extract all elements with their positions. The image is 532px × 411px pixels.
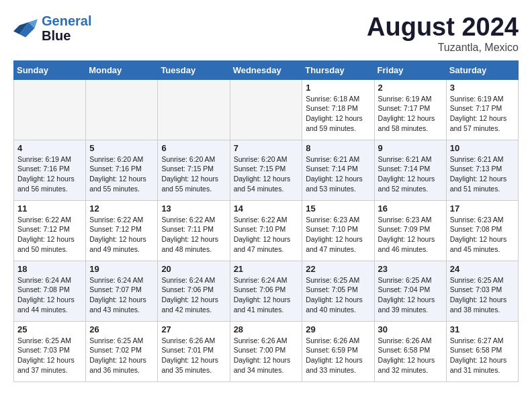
day-info: Sunrise: 6:25 AMSunset: 7:05 PMDaylight:… <box>306 275 370 315</box>
calendar-cell: 9Sunrise: 6:21 AMSunset: 7:14 PMDaylight… <box>374 140 446 200</box>
calendar-cell: 3Sunrise: 6:19 AMSunset: 7:17 PMDaylight… <box>446 79 518 140</box>
calendar-cell: 22Sunrise: 6:25 AMSunset: 7:05 PMDayligh… <box>302 261 374 321</box>
calendar-cell: 16Sunrise: 6:23 AMSunset: 7:09 PMDayligh… <box>374 200 446 261</box>
day-number: 8 <box>306 143 370 153</box>
day-info: Sunrise: 6:25 AMSunset: 7:04 PMDaylight:… <box>378 275 443 315</box>
day-info: Sunrise: 6:20 AMSunset: 7:15 PMDaylight:… <box>161 154 226 194</box>
calendar-cell: 21Sunrise: 6:24 AMSunset: 7:06 PMDayligh… <box>230 261 302 321</box>
day-number: 26 <box>89 324 154 334</box>
day-info: Sunrise: 6:24 AMSunset: 7:07 PMDaylight:… <box>89 275 154 315</box>
day-info: Sunrise: 6:23 AMSunset: 7:09 PMDaylight:… <box>378 215 443 255</box>
calendar-week-3: 11Sunrise: 6:22 AMSunset: 7:12 PMDayligh… <box>14 200 519 261</box>
day-info: Sunrise: 6:23 AMSunset: 7:10 PMDaylight:… <box>306 215 370 255</box>
day-number: 18 <box>17 264 82 274</box>
calendar-cell: 25Sunrise: 6:25 AMSunset: 7:03 PMDayligh… <box>14 321 86 381</box>
calendar-cell: 28Sunrise: 6:26 AMSunset: 7:00 PMDayligh… <box>230 321 302 381</box>
calendar-week-5: 25Sunrise: 6:25 AMSunset: 7:03 PMDayligh… <box>14 321 519 381</box>
calendar-cell: 30Sunrise: 6:26 AMSunset: 6:58 PMDayligh… <box>374 321 446 381</box>
calendar-cell: 20Sunrise: 6:24 AMSunset: 7:06 PMDayligh… <box>158 261 230 321</box>
weekday-header-wednesday: Wednesday <box>230 60 302 79</box>
day-number: 21 <box>234 264 299 274</box>
calendar-cell: 5Sunrise: 6:20 AMSunset: 7:16 PMDaylight… <box>86 140 158 200</box>
day-info: Sunrise: 6:26 AMSunset: 7:00 PMDaylight:… <box>234 336 299 375</box>
calendar-cell: 11Sunrise: 6:22 AMSunset: 7:12 PMDayligh… <box>14 200 86 261</box>
day-info: Sunrise: 6:24 AMSunset: 7:06 PMDaylight:… <box>161 275 226 315</box>
day-number: 29 <box>306 324 370 334</box>
day-number: 22 <box>306 264 370 274</box>
day-number: 25 <box>17 324 82 334</box>
calendar-cell: 2Sunrise: 6:19 AMSunset: 7:17 PMDaylight… <box>374 79 446 140</box>
weekday-header-tuesday: Tuesday <box>158 60 230 79</box>
day-number: 31 <box>450 324 515 334</box>
calendar-cell: 10Sunrise: 6:21 AMSunset: 7:13 PMDayligh… <box>446 140 518 200</box>
day-number: 20 <box>161 264 226 274</box>
day-info: Sunrise: 6:27 AMSunset: 6:58 PMDaylight:… <box>450 336 515 375</box>
weekday-header-thursday: Thursday <box>302 60 374 79</box>
calendar-cell: 1Sunrise: 6:18 AMSunset: 7:18 PMDaylight… <box>302 79 374 140</box>
day-number: 19 <box>89 264 154 274</box>
day-number: 3 <box>450 83 515 93</box>
calendar-cell: 17Sunrise: 6:23 AMSunset: 7:08 PMDayligh… <box>446 200 518 261</box>
day-number: 10 <box>450 143 515 153</box>
day-info: Sunrise: 6:21 AMSunset: 7:14 PMDaylight:… <box>378 154 443 194</box>
day-info: Sunrise: 6:22 AMSunset: 7:12 PMDaylight:… <box>17 215 82 255</box>
day-info: Sunrise: 6:26 AMSunset: 6:58 PMDaylight:… <box>378 336 443 375</box>
calendar-cell: 13Sunrise: 6:22 AMSunset: 7:11 PMDayligh… <box>158 200 230 261</box>
logo-icon <box>13 16 38 40</box>
month-title: August 2024 <box>367 13 519 42</box>
calendar-cell: 7Sunrise: 6:20 AMSunset: 7:15 PMDaylight… <box>230 140 302 200</box>
title-block: August 2024 Tuzantla, Mexico <box>367 13 519 54</box>
day-info: Sunrise: 6:22 AMSunset: 7:10 PMDaylight:… <box>234 215 299 255</box>
day-number: 5 <box>89 143 154 153</box>
calendar-cell: 19Sunrise: 6:24 AMSunset: 7:07 PMDayligh… <box>86 261 158 321</box>
day-number: 12 <box>89 203 154 214</box>
calendar-cell: 26Sunrise: 6:25 AMSunset: 7:02 PMDayligh… <box>86 321 158 381</box>
day-info: Sunrise: 6:20 AMSunset: 7:15 PMDaylight:… <box>234 154 299 194</box>
calendar-week-1: 1Sunrise: 6:18 AMSunset: 7:18 PMDaylight… <box>14 79 519 140</box>
calendar-cell: 31Sunrise: 6:27 AMSunset: 6:58 PMDayligh… <box>446 321 518 381</box>
day-info: Sunrise: 6:26 AMSunset: 6:59 PMDaylight:… <box>306 336 370 375</box>
day-number: 17 <box>450 203 515 214</box>
location: Tuzantla, Mexico <box>367 42 519 54</box>
calendar-table: SundayMondayTuesdayWednesdayThursdayFrid… <box>13 60 519 382</box>
calendar-cell: 24Sunrise: 6:25 AMSunset: 7:03 PMDayligh… <box>446 261 518 321</box>
day-number: 13 <box>161 203 226 214</box>
day-info: Sunrise: 6:25 AMSunset: 7:03 PMDaylight:… <box>17 336 82 375</box>
day-number: 30 <box>378 324 443 334</box>
day-number: 23 <box>378 264 443 274</box>
day-info: Sunrise: 6:24 AMSunset: 7:08 PMDaylight:… <box>17 275 82 315</box>
calendar-cell: 14Sunrise: 6:22 AMSunset: 7:10 PMDayligh… <box>230 200 302 261</box>
day-info: Sunrise: 6:26 AMSunset: 7:01 PMDaylight:… <box>161 336 226 375</box>
day-number: 9 <box>378 143 443 153</box>
day-info: Sunrise: 6:19 AMSunset: 7:16 PMDaylight:… <box>17 154 82 194</box>
day-info: Sunrise: 6:20 AMSunset: 7:16 PMDaylight:… <box>89 154 154 194</box>
day-number: 27 <box>161 324 226 334</box>
calendar-week-4: 18Sunrise: 6:24 AMSunset: 7:08 PMDayligh… <box>14 261 519 321</box>
weekday-header-friday: Friday <box>374 60 446 79</box>
day-number: 7 <box>234 143 299 153</box>
day-info: Sunrise: 6:18 AMSunset: 7:18 PMDaylight:… <box>306 94 370 134</box>
day-number: 6 <box>161 143 226 153</box>
calendar-cell: 12Sunrise: 6:22 AMSunset: 7:12 PMDayligh… <box>86 200 158 261</box>
calendar-cell: 15Sunrise: 6:23 AMSunset: 7:10 PMDayligh… <box>302 200 374 261</box>
day-info: Sunrise: 6:21 AMSunset: 7:14 PMDaylight:… <box>306 154 370 194</box>
calendar-cell: 27Sunrise: 6:26 AMSunset: 7:01 PMDayligh… <box>158 321 230 381</box>
day-info: Sunrise: 6:23 AMSunset: 7:08 PMDaylight:… <box>450 215 515 255</box>
calendar-cell: 18Sunrise: 6:24 AMSunset: 7:08 PMDayligh… <box>14 261 86 321</box>
day-info: Sunrise: 6:19 AMSunset: 7:17 PMDaylight:… <box>378 94 443 134</box>
calendar-header-row: SundayMondayTuesdayWednesdayThursdayFrid… <box>14 60 519 79</box>
day-info: Sunrise: 6:24 AMSunset: 7:06 PMDaylight:… <box>234 275 299 315</box>
logo-blue: Blue <box>42 28 71 43</box>
logo-text: General Blue <box>42 13 91 43</box>
day-number: 1 <box>306 83 370 93</box>
day-info: Sunrise: 6:25 AMSunset: 7:02 PMDaylight:… <box>89 336 154 375</box>
calendar-cell: 8Sunrise: 6:21 AMSunset: 7:14 PMDaylight… <box>302 140 374 200</box>
calendar-week-2: 4Sunrise: 6:19 AMSunset: 7:16 PMDaylight… <box>14 140 519 200</box>
day-info: Sunrise: 6:22 AMSunset: 7:11 PMDaylight:… <box>161 215 226 255</box>
weekday-header-monday: Monday <box>86 60 158 79</box>
calendar-cell: 6Sunrise: 6:20 AMSunset: 7:15 PMDaylight… <box>158 140 230 200</box>
day-number: 11 <box>17 203 82 214</box>
calendar-cell: 23Sunrise: 6:25 AMSunset: 7:04 PMDayligh… <box>374 261 446 321</box>
calendar-cell: 4Sunrise: 6:19 AMSunset: 7:16 PMDaylight… <box>14 140 86 200</box>
logo-general: General <box>42 13 91 28</box>
